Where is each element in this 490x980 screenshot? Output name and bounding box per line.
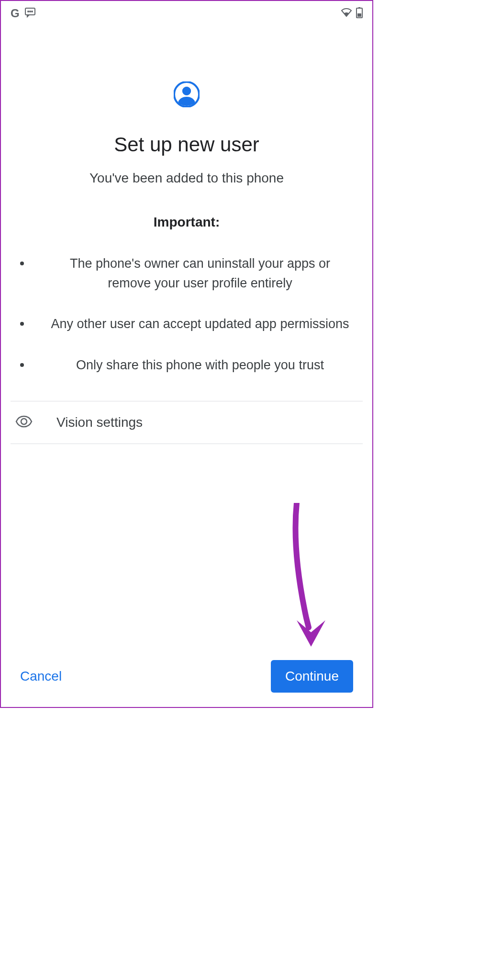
- message-icon: [24, 7, 36, 20]
- content-area: Set up new user You've been added to thi…: [1, 24, 372, 396]
- battery-icon: [356, 7, 363, 20]
- setup-screen: G: [0, 0, 373, 708]
- bullet-dot-icon: [20, 262, 24, 265]
- cancel-button[interactable]: Cancel: [20, 669, 62, 684]
- svg-point-11: [182, 87, 191, 95]
- status-bar-right: [341, 7, 363, 20]
- vision-settings-label: Vision settings: [56, 415, 143, 430]
- page-subtitle: You've been added to this phone: [89, 171, 284, 186]
- continue-button[interactable]: Continue: [271, 660, 353, 693]
- footer: Cancel Continue: [1, 660, 372, 693]
- list-item: Any other user can accept updated app pe…: [20, 314, 353, 334]
- vision-settings-row[interactable]: Vision settings: [11, 401, 363, 444]
- list-item: The phone's owner can uninstall your app…: [20, 254, 353, 293]
- bullet-text: The phone's owner can uninstall your app…: [47, 254, 353, 293]
- wifi-icon: [341, 8, 352, 19]
- bullet-text: Only share this phone with people you tr…: [47, 355, 353, 375]
- svg-rect-5: [358, 7, 360, 9]
- bullet-dot-icon: [20, 363, 24, 367]
- google-icon: G: [11, 7, 20, 20]
- svg-rect-6: [357, 13, 361, 17]
- important-bullet-list: The phone's owner can uninstall your app…: [11, 254, 363, 396]
- list-item: Only share this phone with people you tr…: [20, 355, 353, 375]
- svg-point-3: [32, 11, 33, 12]
- svg-point-12: [21, 419, 27, 424]
- status-bar-left: G: [11, 7, 36, 20]
- profile-icon: [174, 81, 200, 109]
- annotation-arrow: [282, 503, 340, 663]
- bullet-text: Any other user can accept updated app pe…: [47, 314, 353, 334]
- eye-icon: [15, 415, 33, 430]
- important-heading: Important:: [154, 215, 220, 230]
- svg-point-1: [28, 11, 29, 12]
- svg-point-2: [30, 11, 31, 12]
- page-title: Set up new user: [114, 133, 259, 156]
- bullet-dot-icon: [20, 322, 24, 326]
- status-bar: G: [1, 1, 372, 24]
